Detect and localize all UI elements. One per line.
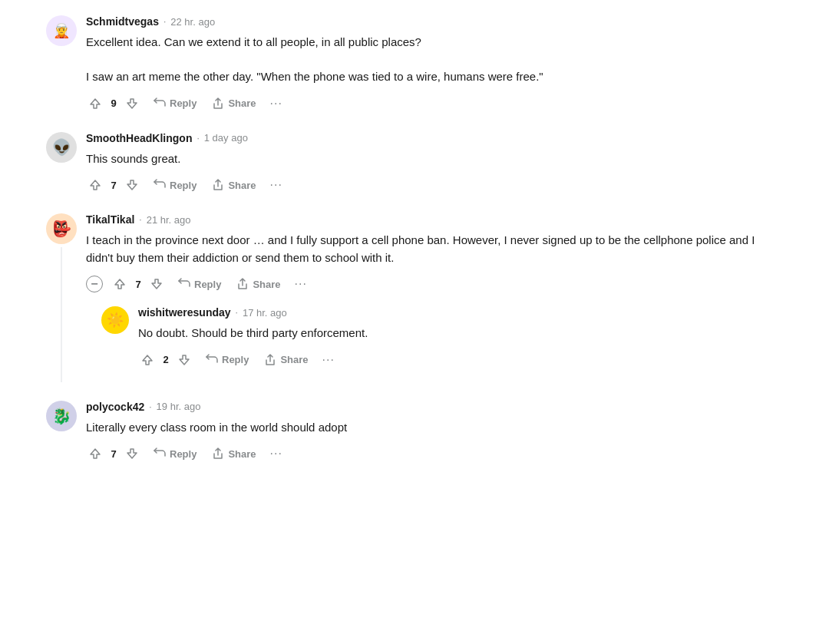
reply-button[interactable]: Reply xyxy=(147,444,203,463)
username: wishitweresunday xyxy=(138,306,231,319)
comment-tikaltikal: 👺 TikalTikal · 21 hr. ago I teach in the… xyxy=(46,213,783,382)
username: SmoothHeadKlingon xyxy=(86,132,192,144)
upvote-button[interactable] xyxy=(86,176,104,194)
timestamp: 19 hr. ago xyxy=(157,401,201,412)
avatar: 🧝 xyxy=(46,15,77,46)
downvote-button[interactable] xyxy=(123,176,141,194)
username: TikalTikal xyxy=(86,213,134,226)
upvote-button[interactable] xyxy=(111,275,129,293)
avatar: 👽 xyxy=(46,132,77,163)
comment-thread: 🧝 Schmidtvegas · 22 hr. ago Excellent id… xyxy=(46,15,783,464)
more-button[interactable]: ··· xyxy=(266,94,287,114)
vote-area: 7 xyxy=(111,275,166,293)
vote-count: 7 xyxy=(109,180,118,191)
reply-button[interactable]: Reply xyxy=(147,94,203,113)
comment-body: SmoothHeadKlingon · 1 day ago This sound… xyxy=(86,132,783,196)
avatar: 👺 xyxy=(46,213,77,244)
comment-actions: 9 Reply xyxy=(86,94,783,114)
comment-body: wishitweresunday · 17 hr. ago No doubt. … xyxy=(138,306,783,370)
vote-area: 9 xyxy=(86,94,141,113)
timestamp: 21 hr. ago xyxy=(147,214,191,226)
vote-count: 7 xyxy=(109,448,118,460)
avatar: 🐉 xyxy=(46,401,77,431)
share-button[interactable]: Share xyxy=(206,176,262,194)
timestamp: 1 day ago xyxy=(204,132,248,144)
downvote-button[interactable] xyxy=(123,444,141,463)
comment-text: Literally every class room in the world … xyxy=(86,419,783,437)
comment-smoothheadklingon: 👽 SmoothHeadKlingon · 1 day ago This sou… xyxy=(46,132,783,196)
reply-icon xyxy=(154,97,166,110)
more-button[interactable]: ··· xyxy=(266,444,287,464)
comment-body: polycock42 · 19 hr. ago Literally every … xyxy=(86,401,783,464)
downvote-button[interactable] xyxy=(147,275,166,293)
downvote-button[interactable] xyxy=(123,94,141,113)
comment-actions: − 7 xyxy=(86,274,783,294)
vote-count: 9 xyxy=(109,97,118,109)
vote-area: 7 xyxy=(86,444,141,463)
comment-text: Excellent idea. Can we extend it to all … xyxy=(86,34,783,86)
upvote-button[interactable] xyxy=(86,444,104,463)
upvote-button[interactable] xyxy=(86,94,104,113)
comment-text: I teach in the province next door … and … xyxy=(86,232,783,266)
more-button[interactable]: ··· xyxy=(266,175,287,195)
comment-header: wishitweresunday · 17 hr. ago xyxy=(138,306,783,319)
collapse-button[interactable]: − xyxy=(86,276,103,292)
comment-actions: 2 Reply xyxy=(138,350,783,370)
comment-actions: 7 Reply xyxy=(86,444,783,464)
comment-wishitweresunday: ☀️ wishitweresunday · 17 hr. ago No doub… xyxy=(101,306,783,370)
vote-area: 7 xyxy=(86,176,141,194)
comment-header: polycock42 · 19 hr. ago xyxy=(86,401,783,413)
more-button[interactable]: ··· xyxy=(290,274,312,294)
comment-polycock42: 🐉 polycock42 · 19 hr. ago Literally ever… xyxy=(46,401,783,464)
timestamp: 17 hr. ago xyxy=(243,307,287,319)
vote-area: 2 xyxy=(138,351,193,369)
downvote-icon xyxy=(126,97,138,110)
reply-button[interactable]: Reply xyxy=(147,176,203,194)
comment-header: Schmidtvegas · 22 hr. ago xyxy=(86,15,783,28)
avatar: ☀️ xyxy=(101,306,129,334)
share-icon xyxy=(212,97,224,110)
upvote-button[interactable] xyxy=(138,351,157,369)
username: Schmidtvegas xyxy=(86,15,159,28)
vote-count: 7 xyxy=(134,279,143,290)
timestamp: 22 hr. ago xyxy=(170,16,215,28)
share-button[interactable]: Share xyxy=(230,275,286,293)
share-button[interactable]: Share xyxy=(206,444,262,463)
comment-body: Schmidtvegas · 22 hr. ago Excellent idea… xyxy=(86,15,783,114)
share-button[interactable]: Share xyxy=(206,94,262,113)
comment-text: This sounds great. xyxy=(86,150,783,168)
username: polycock42 xyxy=(86,401,144,413)
comment-schmidtvegas: 🧝 Schmidtvegas · 22 hr. ago Excellent id… xyxy=(46,15,783,114)
vote-count: 2 xyxy=(161,354,170,365)
reply-button[interactable]: Reply xyxy=(172,275,227,293)
upvote-icon xyxy=(89,97,101,110)
comment-text: No doubt. Should be third party enforcem… xyxy=(138,325,783,342)
share-button[interactable]: Share xyxy=(258,351,314,369)
comment-body: TikalTikal · 21 hr. ago I teach in the p… xyxy=(86,213,783,382)
more-button[interactable]: ··· xyxy=(318,350,339,370)
reply-button[interactable]: Reply xyxy=(200,351,255,369)
comment-actions: 7 Reply xyxy=(86,175,783,195)
comment-header: SmoothHeadKlingon · 1 day ago xyxy=(86,132,783,144)
downvote-button[interactable] xyxy=(175,351,193,369)
comment-header: TikalTikal · 21 hr. ago xyxy=(86,213,783,226)
